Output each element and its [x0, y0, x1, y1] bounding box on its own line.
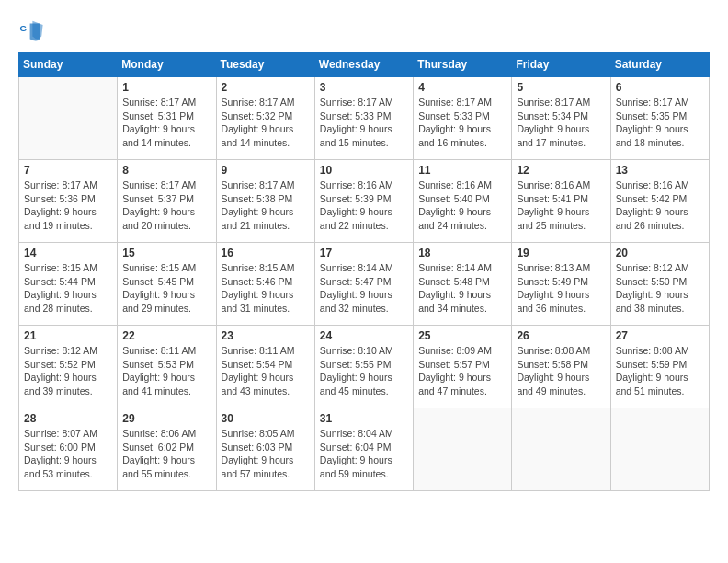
- day-number: 1: [122, 81, 210, 94]
- calendar-cell: 27 Sunrise: 8:08 AM Sunset: 5:59 PM Dayl…: [610, 326, 709, 408]
- day-info: Sunrise: 8:14 AM Sunset: 5:47 PM Dayligh…: [320, 261, 408, 316]
- day-number: 10: [320, 164, 408, 177]
- day-number: 5: [517, 81, 605, 94]
- day-info: Sunrise: 8:17 AM Sunset: 5:33 PM Dayligh…: [320, 96, 408, 150]
- day-info: Sunrise: 8:15 AM Sunset: 5:46 PM Dayligh…: [222, 261, 310, 316]
- weekday-header: Tuesday: [216, 52, 314, 77]
- weekday-header: Saturday: [610, 52, 709, 77]
- calendar-table: SundayMondayTuesdayWednesdayThursdayFrid…: [18, 52, 710, 491]
- day-info: Sunrise: 8:16 AM Sunset: 5:40 PM Dayligh…: [418, 178, 506, 233]
- day-info: Sunrise: 8:17 AM Sunset: 5:31 PM Dayligh…: [122, 96, 210, 150]
- day-info: Sunrise: 8:17 AM Sunset: 5:32 PM Dayligh…: [222, 96, 310, 150]
- day-number: 29: [122, 412, 210, 425]
- day-number: 25: [418, 329, 506, 342]
- calendar-cell: 24 Sunrise: 8:10 AM Sunset: 5:55 PM Dayl…: [314, 326, 413, 408]
- calendar-week: 14 Sunrise: 8:15 AM Sunset: 5:44 PM Dayl…: [19, 243, 710, 326]
- svg-text:G: G: [19, 23, 27, 33]
- day-info: Sunrise: 8:13 AM Sunset: 5:49 PM Dayligh…: [517, 261, 605, 316]
- day-number: 26: [517, 329, 605, 342]
- day-number: 15: [122, 247, 210, 259]
- calendar-cell: 6 Sunrise: 8:17 AM Sunset: 5:35 PM Dayli…: [610, 77, 709, 160]
- day-number: 18: [418, 247, 506, 259]
- day-info: Sunrise: 8:15 AM Sunset: 5:44 PM Dayligh…: [24, 261, 112, 316]
- calendar-cell: 13 Sunrise: 8:16 AM Sunset: 5:42 PM Dayl…: [610, 160, 709, 243]
- calendar-cell: 15 Sunrise: 8:15 AM Sunset: 5:45 PM Dayl…: [118, 243, 216, 326]
- calendar-week: 28 Sunrise: 8:07 AM Sunset: 6:00 PM Dayl…: [19, 408, 710, 491]
- calendar-cell: 7 Sunrise: 8:17 AM Sunset: 5:36 PM Dayli…: [19, 160, 118, 243]
- calendar-cell: 30 Sunrise: 8:05 AM Sunset: 6:03 PM Dayl…: [216, 408, 314, 491]
- day-number: 24: [320, 329, 408, 342]
- day-number: 8: [122, 164, 210, 177]
- calendar-cell: 10 Sunrise: 8:16 AM Sunset: 5:39 PM Dayl…: [314, 160, 413, 243]
- day-info: Sunrise: 8:05 AM Sunset: 6:03 PM Dayligh…: [222, 427, 310, 481]
- calendar-week: 1 Sunrise: 8:17 AM Sunset: 5:31 PM Dayli…: [19, 77, 710, 160]
- page-header: G: [18, 18, 710, 44]
- day-info: Sunrise: 8:07 AM Sunset: 6:00 PM Dayligh…: [24, 427, 112, 481]
- weekday-header: Monday: [118, 52, 216, 77]
- day-info: Sunrise: 8:17 AM Sunset: 5:34 PM Dayligh…: [517, 96, 605, 150]
- day-info: Sunrise: 8:12 AM Sunset: 5:50 PM Dayligh…: [616, 261, 704, 316]
- calendar-cell: 12 Sunrise: 8:16 AM Sunset: 5:41 PM Dayl…: [512, 160, 610, 243]
- day-info: Sunrise: 8:11 AM Sunset: 5:54 PM Dayligh…: [222, 344, 310, 398]
- calendar-week: 21 Sunrise: 8:12 AM Sunset: 5:52 PM Dayl…: [19, 326, 710, 408]
- day-info: Sunrise: 8:08 AM Sunset: 5:59 PM Dayligh…: [616, 344, 704, 398]
- calendar-cell: 25 Sunrise: 8:09 AM Sunset: 5:57 PM Dayl…: [414, 326, 512, 408]
- day-number: 9: [222, 164, 310, 177]
- day-number: 20: [616, 247, 704, 259]
- calendar-week: 7 Sunrise: 8:17 AM Sunset: 5:36 PM Dayli…: [19, 160, 710, 243]
- day-info: Sunrise: 8:10 AM Sunset: 5:55 PM Dayligh…: [320, 344, 408, 398]
- day-number: 17: [320, 247, 408, 259]
- day-info: Sunrise: 8:16 AM Sunset: 5:42 PM Dayligh…: [616, 178, 704, 233]
- calendar-cell: 16 Sunrise: 8:15 AM Sunset: 5:46 PM Dayl…: [216, 243, 314, 326]
- day-number: 27: [616, 329, 704, 342]
- day-info: Sunrise: 8:16 AM Sunset: 5:39 PM Dayligh…: [320, 178, 408, 233]
- day-number: 6: [616, 81, 704, 94]
- day-number: 16: [222, 247, 310, 259]
- weekday-header: Thursday: [414, 52, 512, 77]
- day-info: Sunrise: 8:17 AM Sunset: 5:38 PM Dayligh…: [222, 178, 310, 233]
- weekday-header: Sunday: [19, 52, 118, 77]
- day-info: Sunrise: 8:17 AM Sunset: 5:36 PM Dayligh…: [24, 178, 112, 233]
- calendar-cell: [512, 408, 610, 491]
- calendar-cell: 26 Sunrise: 8:08 AM Sunset: 5:58 PM Dayl…: [512, 326, 610, 408]
- logo: G: [18, 18, 48, 44]
- calendar-cell: 20 Sunrise: 8:12 AM Sunset: 5:50 PM Dayl…: [610, 243, 709, 326]
- day-number: 30: [222, 412, 310, 425]
- day-number: 22: [122, 329, 210, 342]
- calendar-header: SundayMondayTuesdayWednesdayThursdayFrid…: [19, 52, 710, 77]
- day-info: Sunrise: 8:06 AM Sunset: 6:02 PM Dayligh…: [122, 427, 210, 481]
- day-number: 7: [24, 164, 112, 177]
- calendar-cell: 8 Sunrise: 8:17 AM Sunset: 5:37 PM Dayli…: [118, 160, 216, 243]
- day-number: 11: [418, 164, 506, 177]
- calendar-cell: 23 Sunrise: 8:11 AM Sunset: 5:54 PM Dayl…: [216, 326, 314, 408]
- weekday-header: Friday: [512, 52, 610, 77]
- day-info: Sunrise: 8:09 AM Sunset: 5:57 PM Dayligh…: [418, 344, 506, 398]
- day-number: 28: [24, 412, 112, 425]
- day-info: Sunrise: 8:17 AM Sunset: 5:37 PM Dayligh…: [122, 178, 210, 233]
- day-number: 3: [320, 81, 408, 94]
- calendar-cell: 3 Sunrise: 8:17 AM Sunset: 5:33 PM Dayli…: [314, 77, 413, 160]
- calendar-cell: 18 Sunrise: 8:14 AM Sunset: 5:48 PM Dayl…: [414, 243, 512, 326]
- calendar-cell: 1 Sunrise: 8:17 AM Sunset: 5:31 PM Dayli…: [118, 77, 216, 160]
- day-info: Sunrise: 8:14 AM Sunset: 5:48 PM Dayligh…: [418, 261, 506, 316]
- day-number: 23: [222, 329, 310, 342]
- day-number: 12: [517, 164, 605, 177]
- day-info: Sunrise: 8:15 AM Sunset: 5:45 PM Dayligh…: [122, 261, 210, 316]
- calendar-cell: 21 Sunrise: 8:12 AM Sunset: 5:52 PM Dayl…: [19, 326, 118, 408]
- calendar-cell: [19, 77, 118, 160]
- day-info: Sunrise: 8:17 AM Sunset: 5:33 PM Dayligh…: [418, 96, 506, 150]
- calendar-cell: 2 Sunrise: 8:17 AM Sunset: 5:32 PM Dayli…: [216, 77, 314, 160]
- day-number: 14: [24, 247, 112, 259]
- day-info: Sunrise: 8:17 AM Sunset: 5:35 PM Dayligh…: [616, 96, 704, 150]
- calendar-cell: 14 Sunrise: 8:15 AM Sunset: 5:44 PM Dayl…: [19, 243, 118, 326]
- day-number: 13: [616, 164, 704, 177]
- day-info: Sunrise: 8:08 AM Sunset: 5:58 PM Dayligh…: [517, 344, 605, 398]
- calendar-cell: 4 Sunrise: 8:17 AM Sunset: 5:33 PM Dayli…: [414, 77, 512, 160]
- logo-icon: G: [18, 18, 44, 44]
- calendar-cell: 9 Sunrise: 8:17 AM Sunset: 5:38 PM Dayli…: [216, 160, 314, 243]
- calendar-cell: 29 Sunrise: 8:06 AM Sunset: 6:02 PM Dayl…: [118, 408, 216, 491]
- day-number: 4: [418, 81, 506, 94]
- calendar-cell: 5 Sunrise: 8:17 AM Sunset: 5:34 PM Dayli…: [512, 77, 610, 160]
- calendar-cell: [610, 408, 709, 491]
- calendar-cell: [414, 408, 512, 491]
